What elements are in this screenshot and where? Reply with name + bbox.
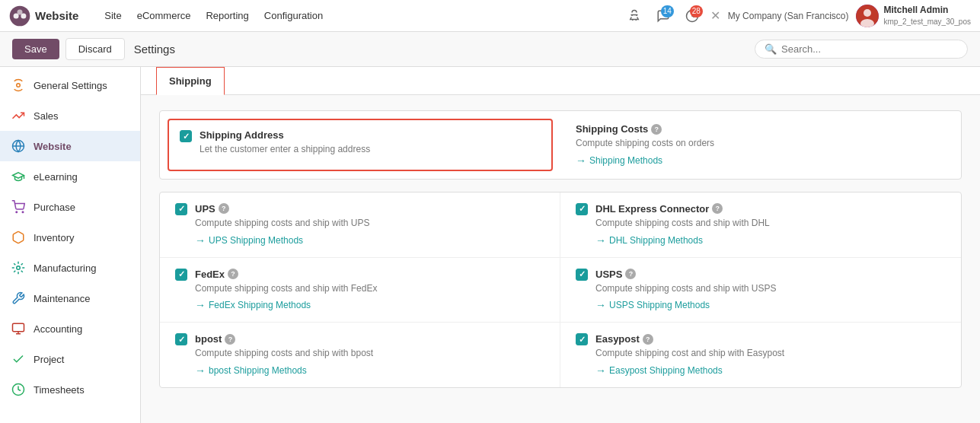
svg-point-13 xyxy=(17,266,21,270)
svg-rect-14 xyxy=(13,323,24,332)
user-name: Mitchell Admin xyxy=(883,5,971,17)
message-count: 14 xyxy=(661,5,674,17)
content-area: Shipping ✓ Shipping Address xyxy=(141,67,980,423)
ups-help-icon[interactable]: ? xyxy=(219,203,229,214)
carriers-row-1: ✓ UPS ? Compute shipping costs and ship … xyxy=(160,192,961,258)
user-info[interactable]: Mitchell Admin kmp_2_test_may_30_pos xyxy=(856,5,971,27)
sidebar-item-sales[interactable]: Sales xyxy=(0,100,140,131)
discard-button[interactable]: Discard xyxy=(65,38,125,60)
shipping-methods-link[interactable]: → Shipping Methods xyxy=(576,154,946,167)
carriers-row-2: ✓ FedEx ? Compute shipping costs and shi… xyxy=(160,258,961,323)
shipping-address-checkbox[interactable]: ✓ xyxy=(180,130,192,142)
shipping-address-checkbox-wrapper: ✓ xyxy=(180,129,192,142)
sidebar-label-website: Website xyxy=(34,141,72,152)
menu-reporting[interactable]: Reporting xyxy=(198,0,256,32)
tab-shipping[interactable]: Shipping xyxy=(156,67,225,95)
shipping-costs-help-icon[interactable]: ? xyxy=(651,124,662,135)
sidebar-label-purchase: Purchase xyxy=(34,202,75,213)
arrow-icon: → xyxy=(576,154,586,167)
section-tab-bar: Shipping xyxy=(141,67,980,95)
fedex-link[interactable]: → FedEx Shipping Methods xyxy=(195,299,544,311)
sidebar-item-website[interactable]: Website xyxy=(0,131,140,161)
fedex-title: FedEx ? xyxy=(195,269,544,280)
toolbar: Save Discard Settings 🔍 xyxy=(0,32,980,67)
website-icon xyxy=(11,138,26,154)
toolbar-title: Settings xyxy=(134,43,175,56)
bpost-link[interactable]: → bpost Shipping Methods xyxy=(195,364,544,377)
easypost-help-icon[interactable]: ? xyxy=(643,334,653,345)
dhl-help-icon[interactable]: ? xyxy=(712,203,723,214)
settings-content: ✓ Shipping Address Let the customer ente… xyxy=(141,95,980,403)
ups-link[interactable]: → UPS Shipping Methods xyxy=(195,234,544,246)
ups-checkbox[interactable]: ✓ xyxy=(175,203,187,215)
main-menu: Site eCommerce Reporting Configuration xyxy=(97,0,330,32)
ups-title: UPS ? xyxy=(195,203,544,215)
maintenance-icon xyxy=(11,291,26,306)
sidebar-item-manufacturing[interactable]: Manufacturing xyxy=(0,253,140,283)
bpost-checkbox[interactable]: ✓ xyxy=(175,333,187,345)
sidebar-label-maintenance: Maintenance xyxy=(34,293,90,304)
shipping-address-setting: ✓ Shipping Address Let the customer ente… xyxy=(168,119,553,171)
dhl-checkbox[interactable]: ✓ xyxy=(576,203,588,215)
project-icon xyxy=(11,351,26,367)
carriers-grid: ✓ UPS ? Compute shipping costs and ship … xyxy=(159,192,962,388)
usps-text: USPS ? Compute shipping costs and ship w… xyxy=(595,269,946,312)
timesheets-icon xyxy=(11,382,26,397)
shipping-costs-setting: Shipping Costs ? Compute shipping costs … xyxy=(560,111,961,179)
menu-ecommerce[interactable]: eCommerce xyxy=(129,0,199,32)
messages-icon[interactable]: 14 xyxy=(653,5,674,27)
general-icon xyxy=(11,78,26,93)
sidebar-item-maintenance[interactable]: Maintenance xyxy=(0,283,140,313)
usps-title: USPS ? xyxy=(595,269,946,280)
usps-link[interactable]: → USPS Shipping Methods xyxy=(595,299,946,311)
sidebar-item-elearning[interactable]: eLearning xyxy=(0,161,140,192)
sidebar-item-timesheets[interactable]: Timesheets xyxy=(0,374,140,405)
easypost-title: Easypost ? xyxy=(595,333,946,345)
app-logo[interactable]: Website xyxy=(9,5,88,27)
save-button[interactable]: Save xyxy=(12,39,59,59)
dhl-setting: ✓ DHL Express Connector ? Compute shippi… xyxy=(560,192,961,257)
shipping-address-desc: Let the customer enter a shipping addres… xyxy=(200,143,541,156)
sidebar-item-accounting[interactable]: Accounting xyxy=(0,313,140,344)
sidebar-label-sales: Sales xyxy=(34,110,59,122)
sidebar-item-purchase[interactable]: Purchase xyxy=(0,192,140,222)
sidebar-item-project[interactable]: Project xyxy=(0,344,140,374)
shipping-costs-title: Shipping Costs ? xyxy=(576,123,946,135)
dhl-link[interactable]: → DHL Shipping Methods xyxy=(595,234,946,246)
svg-point-8 xyxy=(17,84,21,87)
activities-icon[interactable]: 28 xyxy=(682,5,703,27)
usps-checkbox[interactable]: ✓ xyxy=(576,269,588,281)
usps-help-icon[interactable]: ? xyxy=(625,269,636,279)
odoo-logo-icon xyxy=(9,5,30,27)
ups-text: UPS ? Compute shipping costs and ship wi… xyxy=(195,203,544,246)
easypost-text: Easypost ? Compute shipping cost and shi… xyxy=(595,333,946,377)
purchase-icon xyxy=(11,199,26,215)
easypost-link[interactable]: → Easypost Shipping Methods xyxy=(595,364,946,377)
sidebar-label-accounting: Accounting xyxy=(34,323,82,335)
fedex-setting: ✓ FedEx ? Compute shipping costs and shi… xyxy=(160,258,560,323)
fedex-help-icon[interactable]: ? xyxy=(228,269,238,279)
easypost-checkbox[interactable]: ✓ xyxy=(576,333,588,345)
search-box[interactable]: 🔍 xyxy=(755,40,968,59)
debug-icon[interactable] xyxy=(624,5,645,27)
sidebar-item-general[interactable]: General Settings xyxy=(0,70,140,100)
svg-point-11 xyxy=(16,212,18,213)
menu-site[interactable]: Site xyxy=(97,0,129,32)
user-text: Mitchell Admin kmp_2_test_may_30_pos xyxy=(883,5,971,27)
sidebar-label-project: Project xyxy=(34,354,64,365)
menu-configuration[interactable]: Configuration xyxy=(257,0,330,32)
bpost-help-icon[interactable]: ? xyxy=(225,334,235,345)
bpost-setting: ✓ bpost ? Compute shipping costs and shi… xyxy=(160,323,560,387)
top-navigation: Website Site eCommerce Reporting Configu… xyxy=(0,0,980,32)
sidebar-item-inventory[interactable]: Inventory xyxy=(0,222,140,253)
carriers-row-3: ✓ bpost ? Compute shipping costs and shi… xyxy=(160,323,961,387)
company-name[interactable]: My Company (San Francisco) xyxy=(728,11,849,21)
search-input[interactable] xyxy=(781,43,958,55)
app-name: Website xyxy=(35,9,78,22)
shipping-costs-desc: Compute shipping costs on orders xyxy=(576,137,946,150)
fedex-checkbox[interactable]: ✓ xyxy=(175,269,187,281)
sidebar-label-timesheets: Timesheets xyxy=(34,384,85,396)
manufacturing-icon xyxy=(11,260,26,275)
svg-point-3 xyxy=(18,9,23,14)
activity-count: 28 xyxy=(690,5,703,17)
